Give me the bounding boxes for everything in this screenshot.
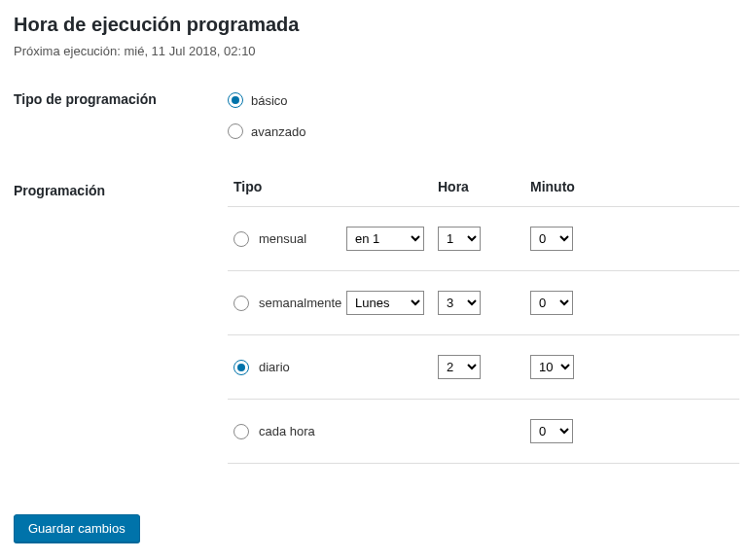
- select-diario-minuto[interactable]: 10: [530, 355, 574, 379]
- row-cada-hora: cada hora 0: [228, 400, 739, 464]
- col-header-hora: Hora: [438, 179, 530, 194]
- select-semanalmente-day[interactable]: Lunes: [346, 291, 424, 315]
- label-semanalmente: semanalmente: [259, 296, 341, 310]
- select-mensual-day[interactable]: en 1: [346, 227, 424, 251]
- radio-semanalmente[interactable]: [233, 296, 249, 311]
- radio-mensual[interactable]: [233, 231, 249, 247]
- select-cada-hora-minuto[interactable]: 0: [530, 419, 573, 443]
- label-cada-hora: cada hora: [259, 424, 315, 438]
- select-diario-hora[interactable]: 2: [438, 355, 481, 379]
- label-programacion: Programación: [14, 179, 228, 198]
- page-title: Hora de ejecución programada: [14, 14, 739, 36]
- radio-avanzado-label: avanzado: [251, 124, 305, 139]
- radio-basico-label: básico: [251, 93, 288, 108]
- radio-basico[interactable]: [228, 92, 243, 108]
- next-run-label: Próxima ejecución: mié, 11 Jul 2018, 02:…: [14, 44, 739, 58]
- radio-diario[interactable]: [233, 360, 249, 375]
- col-header-tipo: Tipo: [233, 179, 438, 194]
- row-semanalmente: semanalmente Lunes 3 0: [228, 271, 739, 335]
- radio-avanzado[interactable]: [228, 123, 243, 139]
- save-button[interactable]: Guardar cambios: [14, 514, 140, 542]
- select-mensual-hora[interactable]: 1: [438, 227, 481, 251]
- col-header-minuto: Minuto: [530, 179, 623, 194]
- label-mensual: mensual: [259, 231, 306, 246]
- select-mensual-minuto[interactable]: 0: [530, 227, 573, 251]
- row-diario: diario 2 10: [228, 335, 739, 400]
- label-tipo-programacion: Tipo de programación: [14, 88, 228, 107]
- row-mensual: mensual en 1 1 0: [228, 207, 739, 271]
- label-diario: diario: [259, 360, 290, 374]
- select-semanalmente-hora[interactable]: 3: [438, 291, 481, 315]
- radio-cada-hora[interactable]: [233, 424, 249, 439]
- select-semanalmente-minuto[interactable]: 0: [530, 291, 573, 315]
